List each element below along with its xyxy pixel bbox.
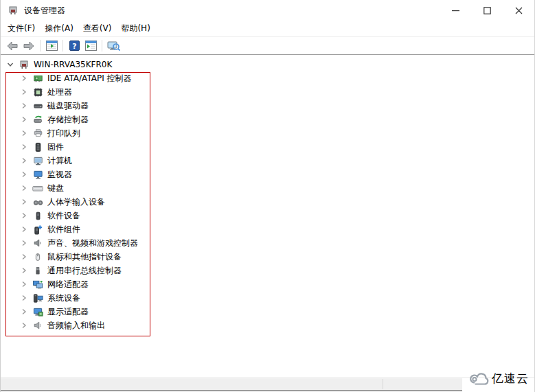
tree-item-label: 网络适配器 <box>47 279 89 290</box>
toolbar-separator <box>102 40 102 51</box>
forward-button[interactable] <box>21 39 36 53</box>
chevron-right-icon[interactable] <box>20 266 28 275</box>
chevron-right-icon[interactable] <box>20 253 28 261</box>
tree-item[interactable]: 网络适配器 <box>1 277 533 291</box>
taskbar-strip <box>1 378 462 391</box>
tree-item[interactable]: 软件设备 <box>1 209 533 222</box>
tree-items: IDE ATA/ATAPI 控制器处理器磁盘驱动器存储控制器打印队列固件计算机监… <box>1 71 533 330</box>
scan-hardware-changes-button[interactable] <box>106 39 121 53</box>
tree-item[interactable]: 打印队列 <box>1 126 533 140</box>
maximize-button[interactable] <box>471 0 503 21</box>
keyboard-icon <box>32 183 43 194</box>
help-button[interactable]: ? <box>67 39 82 53</box>
tree-item-label: 存储控制器 <box>47 114 89 126</box>
minimize-button[interactable] <box>440 0 471 21</box>
cloud-logo-icon <box>468 369 489 388</box>
usb-icon <box>32 265 43 276</box>
tree-item-label: 系统设备 <box>47 292 80 304</box>
tree-item[interactable]: 存储控制器 <box>1 113 533 126</box>
chevron-right-icon[interactable] <box>20 102 28 110</box>
chevron-right-icon[interactable] <box>20 198 28 206</box>
menu-help[interactable]: 帮助(H) <box>116 21 155 36</box>
tree-item[interactable]: 音频输入和输出 <box>1 319 533 330</box>
tree-item[interactable]: 通用串行总线控制器 <box>1 264 533 277</box>
title-bar: 设备管理器 <box>1 0 534 21</box>
chevron-right-icon[interactable] <box>20 184 28 192</box>
chevron-right-icon[interactable] <box>20 239 28 247</box>
tree-item-label: 声音、视频和游戏控制器 <box>47 238 138 249</box>
tree-item-label: 磁盘驱动器 <box>47 100 89 112</box>
tree-item-label: 通用串行总线控制器 <box>47 265 122 277</box>
audio-io-icon <box>32 320 43 330</box>
tree-item-label: 固件 <box>47 141 64 153</box>
tree-item[interactable]: 鼠标和其他指针设备 <box>1 250 533 264</box>
tree-item[interactable]: 计算机 <box>1 154 533 168</box>
tree-item[interactable]: 磁盘驱动器 <box>1 99 533 113</box>
chevron-right-icon[interactable] <box>20 143 28 151</box>
print-queue-icon <box>32 128 43 139</box>
tree-item[interactable]: 监视器 <box>1 168 533 181</box>
toolbar-separator <box>62 40 63 51</box>
tree-item-label: 计算机 <box>47 155 72 167</box>
properties-button[interactable] <box>83 39 98 53</box>
sound-video-game-icon <box>32 238 43 249</box>
hid-icon <box>32 196 43 207</box>
monitor-icon <box>32 169 43 180</box>
tree-item-label: 监视器 <box>47 169 72 181</box>
menu-file[interactable]: 文件(F) <box>3 21 40 36</box>
close-button[interactable] <box>503 0 534 21</box>
disk-drive-icon <box>32 100 43 111</box>
tree-item-label: 软件组件 <box>47 224 80 235</box>
menu-view[interactable]: 查看(V) <box>78 21 117 36</box>
tree-root-label: WIN-RRVA35KFR0K <box>34 60 112 69</box>
network-adapter-icon <box>32 279 43 290</box>
back-button[interactable] <box>5 39 20 53</box>
tree-item-label: 鼠标和其他指针设备 <box>47 251 122 263</box>
chevron-right-icon[interactable] <box>20 88 28 96</box>
tree-item[interactable]: 显示适配器 <box>1 305 533 319</box>
tree-item[interactable]: 人体学输入设备 <box>1 195 533 209</box>
chevron-right-icon[interactable] <box>20 308 28 316</box>
tree-root[interactable]: WIN-RRVA35KFR0K <box>1 58 533 71</box>
chevron-right-icon[interactable] <box>20 129 28 137</box>
tree-item-label: 音频输入和输出 <box>47 320 105 331</box>
menu-action[interactable]: 操作(A) <box>40 21 78 36</box>
device-manager-window: 设备管理器 文件(F) 操作(A) 查看(V) 帮助(H) <box>0 0 535 392</box>
chevron-right-icon[interactable] <box>20 157 28 165</box>
chevron-right-icon[interactable] <box>20 294 28 302</box>
chevron-right-icon[interactable] <box>20 170 28 178</box>
software-device-icon <box>32 210 43 221</box>
chevron-right-icon[interactable] <box>20 211 28 220</box>
tree-item-label: 人体学输入设备 <box>47 196 105 208</box>
chevron-right-icon[interactable] <box>20 74 28 82</box>
chevron-right-icon[interactable] <box>20 225 28 233</box>
ide-controller-icon <box>32 73 43 84</box>
chevron-down-icon[interactable] <box>6 60 14 69</box>
tree-item[interactable]: 软件组件 <box>1 222 533 236</box>
tree-item[interactable]: 声音、视频和游戏控制器 <box>1 236 533 250</box>
window-bottom-border <box>1 377 534 378</box>
chevron-right-icon[interactable] <box>20 280 28 288</box>
show-hide-console-tree-button[interactable] <box>44 39 59 53</box>
taskbar-divider <box>383 379 383 389</box>
toolbar: ? <box>1 37 534 55</box>
device-tree: WIN-RRVA35KFR0K IDE ATA/ATAPI 控制器处理器磁盘驱动… <box>1 58 533 330</box>
watermark-text: 亿速云 <box>492 371 529 387</box>
tree-item[interactable]: 键盘 <box>1 181 533 195</box>
tree-item[interactable]: IDE ATA/ATAPI 控制器 <box>1 71 533 85</box>
tree-item-label: IDE ATA/ATAPI 控制器 <box>47 73 132 84</box>
chevron-right-icon[interactable] <box>20 321 28 330</box>
firmware-icon <box>32 141 43 152</box>
tree-item-label: 处理器 <box>47 87 72 98</box>
tree-item[interactable]: 系统设备 <box>1 291 533 305</box>
storage-controller-icon <box>32 114 43 125</box>
chevron-right-icon[interactable] <box>20 115 28 124</box>
toolbar-separator <box>40 40 41 51</box>
tree-item-label: 键盘 <box>47 183 64 194</box>
tree-item[interactable]: 处理器 <box>1 85 533 99</box>
svg-text:?: ? <box>72 42 76 51</box>
mouse-icon <box>32 251 43 262</box>
computer-category-icon <box>32 155 43 166</box>
tree-item[interactable]: 固件 <box>1 140 533 154</box>
tree-item-label: 显示适配器 <box>47 306 89 318</box>
